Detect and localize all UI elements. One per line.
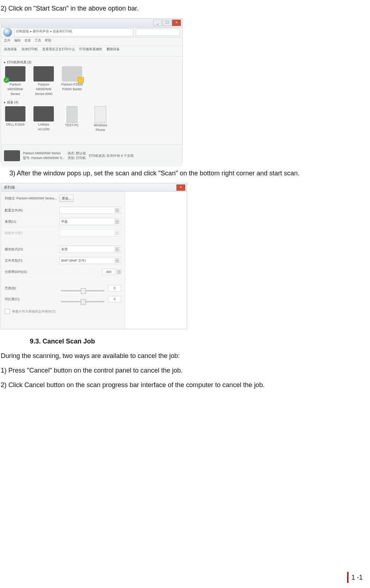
device-label: Pantum M6550NW Series xyxy=(4,82,27,96)
chevron-down-icon: ▾ xyxy=(115,208,119,212)
menu-item: 帮助 xyxy=(45,38,51,45)
contrast-value: 0 xyxy=(108,296,121,302)
printer-item: Pantum P2500 P2500 Series xyxy=(61,66,83,96)
contrast-label: 对比度(C): xyxy=(5,297,20,302)
page-number: 1 -1 xyxy=(347,572,366,583)
device-item: Linksys AC1200 xyxy=(32,106,55,132)
scan-preview-area xyxy=(125,192,187,329)
source-dropdown: 平板▾ xyxy=(59,218,121,225)
filetype-dropdown: BMP (BMP 文件)▾ xyxy=(59,257,121,264)
step-2-text: 2) Click on "Start Scan" in the above op… xyxy=(1,4,359,13)
device-label: Pantum M6550NW Series 0000 xyxy=(32,82,55,96)
menu-item: 文件 xyxy=(4,38,11,45)
screenshot-devices-window: _ ☐ × 控制面板 ▸ 硬件和声音 ▸ 设备和打印机 文件 编辑 查看 工具 … xyxy=(1,18,183,163)
chevron-down-icon: ▾ xyxy=(115,219,119,224)
brightness-label: 亮度(B): xyxy=(5,286,17,291)
toolbar: 添加设备 添加打印机 查看现在正在打印什么 打印服务器属性 删除设备 xyxy=(1,46,182,56)
section-devices-header: ▸ 设备 (4) xyxy=(4,100,179,105)
field-label: 纸张大小(E): xyxy=(5,231,23,235)
details-pane: Pantum M6550NW Series 型号: Pantum M6550NW… xyxy=(1,144,182,167)
minimize-icon: _ xyxy=(153,20,162,26)
toolbar-item: 添加打印机 xyxy=(21,47,38,55)
scanner-label: 扫描仪: Pantum M6550NW Series... xyxy=(5,196,57,201)
toolbar-item: 查看现在正在打印什么 xyxy=(42,47,75,55)
detail-cat: 类别: 打印机 xyxy=(68,156,86,160)
printer-item: Pantum M6550NW Series 0000 xyxy=(32,66,55,96)
dialog-titlebar: 新扫描 × xyxy=(1,183,187,192)
device-label: DELL E1916 xyxy=(4,122,27,127)
spinner-icon: ⇕ xyxy=(117,270,121,274)
chevron-down-icon: ▾ xyxy=(115,247,119,251)
cancel-step-1: 1) Press "Cancel" button on the control … xyxy=(1,366,359,375)
contrast-slider xyxy=(61,301,104,302)
address-bar: 控制面板 ▸ 硬件和声音 ▸ 设备和打印机 xyxy=(1,28,182,37)
warning-icon xyxy=(78,77,84,83)
device-label: Pantum P2500 P2500 Series xyxy=(61,82,83,92)
menu-item: 查看 xyxy=(24,38,31,45)
checkbox-icon xyxy=(5,309,10,314)
detail-model: 型号: Pantum M6550NW S... xyxy=(23,156,65,160)
dialog-title: 新扫描 xyxy=(4,185,15,190)
detail-status: 状态: 默认值 xyxy=(68,151,86,156)
cancel-step-2: 2) Click Cancel button on the scan progr… xyxy=(1,380,359,390)
device-label: Windows Phone xyxy=(89,123,112,132)
maximize-icon: ☐ xyxy=(163,20,171,26)
field-label: 分辨率(DPI)(S): xyxy=(5,270,28,274)
slider-thumb-icon xyxy=(81,288,86,294)
menu-item: 编辑 xyxy=(14,38,21,45)
toolbar-item: 删除设备 xyxy=(107,47,120,55)
slider-thumb-icon xyxy=(81,299,86,305)
dpi-input: 300 xyxy=(102,269,115,275)
search-input xyxy=(136,29,180,36)
screenshot-scan-dialog: 新扫描 × 扫描仪: Pantum M6550NW Series... 更改..… xyxy=(1,183,187,329)
field-label: 来源(U): xyxy=(5,219,17,224)
checkbox-label: 将图片作为单独的文件保存(T) xyxy=(12,309,56,314)
window-buttons: _ ☐ × xyxy=(153,20,181,26)
device-label: Linksys AC1200 xyxy=(32,122,55,132)
scan-settings-panel: 扫描仪: Pantum M6550NW Series... 更改... 配置文件… xyxy=(1,192,125,329)
field-label: 文件类型(F): xyxy=(5,258,23,263)
detail-name: Pantum M6550NW Series xyxy=(23,151,65,156)
back-button-icon xyxy=(3,28,12,37)
printer-icon xyxy=(4,150,20,161)
window-titlebar: _ ☐ × xyxy=(1,19,182,28)
cancel-intro-text: During the scanning, two ways are availa… xyxy=(1,351,359,361)
field-label: 配置文件(R): xyxy=(5,208,23,213)
chevron-down-icon: ▾ xyxy=(115,231,119,235)
color-dropdown: 灰度▾ xyxy=(59,246,121,253)
device-item: TEST-PC xyxy=(61,106,83,132)
change-button: 更改... xyxy=(59,195,74,202)
toolbar-item: 添加设备 xyxy=(4,47,17,55)
profile-dropdown: ▾ xyxy=(59,207,121,214)
detail-note: 打印机状态: 队列中有 0 个文档 xyxy=(89,154,134,158)
window-content: ▸ 打印机和传真 (3) ✓ Pantum M6550NW Series Pan… xyxy=(1,56,182,144)
section-printers-header: ▸ 打印机和传真 (3) xyxy=(4,60,179,65)
papersize-dropdown: ▾ xyxy=(59,229,121,237)
field-label: 颜色格式(O): xyxy=(5,247,24,252)
close-icon: × xyxy=(176,184,185,191)
menu-bar: 文件 编辑 查看 工具 帮助 xyxy=(1,37,182,46)
brightness-value: 0 xyxy=(108,285,121,291)
menu-item: 工具 xyxy=(35,38,41,45)
toolbar-item: 打印服务器属性 xyxy=(79,47,102,55)
close-icon: × xyxy=(172,20,181,26)
device-label: TEST-PC xyxy=(61,123,83,128)
section-heading-cancel: 9.3. Cancel Scan Job xyxy=(30,337,359,346)
step-3-text: 3) After the window pops up, set the sca… xyxy=(1,168,359,178)
chevron-down-icon: ▾ xyxy=(115,258,119,263)
device-item: DELL E1916 xyxy=(4,106,27,132)
printer-item: ✓ Pantum M6550NW Series xyxy=(4,66,27,96)
device-item: Windows Phone xyxy=(89,106,112,132)
brightness-slider xyxy=(61,290,104,291)
breadcrumb: 控制面板 ▸ 硬件和声音 ▸ 设备和打印机 xyxy=(14,28,134,36)
